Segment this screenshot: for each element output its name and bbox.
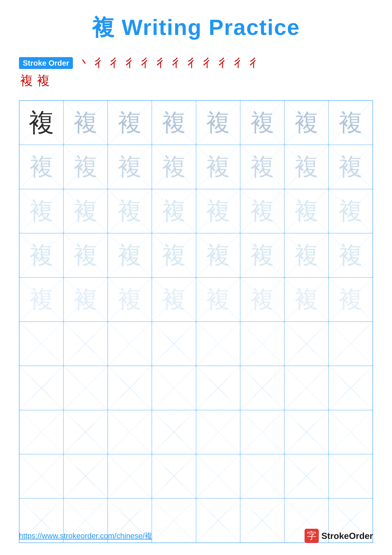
grid-cell-empty[interactable]	[196, 322, 240, 366]
grid-cell-empty[interactable]	[64, 366, 107, 410]
stroke-10: 彳	[218, 55, 230, 71]
grid-cell-empty[interactable]	[328, 410, 373, 454]
practice-char: 複	[206, 107, 230, 139]
stroke-order-row: Stroke Order 丶 彳 彳 彳 彳 彳 彳 彳 彳 彳 彳 彳	[19, 55, 262, 71]
practice-char: 複	[250, 107, 274, 139]
grid-cell: 複	[108, 233, 152, 277]
stroke-6: 彳	[156, 55, 168, 71]
grid-cell: 複	[108, 101, 152, 145]
grid-cell-empty[interactable]	[328, 454, 373, 498]
grid-cell-empty[interactable]	[19, 366, 64, 410]
practice-char: 複	[250, 151, 274, 183]
practice-char: 複	[295, 107, 318, 139]
practice-char: 複	[162, 284, 186, 315]
grid-cell: 複	[328, 278, 373, 322]
practice-char: 複	[118, 195, 142, 227]
grid-cell: 複	[328, 233, 373, 277]
grid-cell-empty[interactable]	[108, 410, 152, 454]
grid-row-5: 複 複 複 複 複 複 複 複	[19, 278, 373, 322]
grid-cell: 複	[284, 189, 328, 233]
grid-cell-empty[interactable]	[196, 366, 240, 410]
grid-cell: 複	[19, 101, 64, 145]
practice-char: 複	[162, 107, 186, 139]
grid-cell: 複	[240, 101, 284, 145]
grid-cell: 複	[284, 278, 328, 322]
footer-logo-text: StrokeOrder	[321, 531, 373, 541]
grid-cell: 複	[196, 101, 240, 145]
practice-char: 複	[206, 151, 230, 183]
grid-cell-empty[interactable]	[284, 366, 328, 410]
grid-cell-empty[interactable]	[19, 454, 64, 498]
grid-cell-empty[interactable]	[240, 410, 284, 454]
practice-char: 複	[295, 239, 318, 271]
grid-cell: 複	[64, 189, 107, 233]
grid-cell-empty[interactable]	[196, 410, 240, 454]
practice-char: 複	[339, 239, 363, 271]
practice-char: 複	[29, 239, 53, 271]
stroke-5: 彳	[141, 55, 152, 71]
grid-cell: 複	[328, 101, 373, 145]
grid-cell-empty[interactable]	[152, 322, 196, 366]
practice-char: 複	[74, 284, 97, 315]
grid-cell-empty[interactable]	[64, 322, 107, 366]
grid-row-9	[19, 454, 373, 498]
grid-cell: 複	[196, 189, 240, 233]
grid-cell-empty[interactable]	[64, 410, 107, 454]
stroke-order-section: Stroke Order 丶 彳 彳 彳 彳 彳 彳 彳 彳 彳 彳 彳 複 複	[19, 55, 373, 91]
grid-cell-empty[interactable]	[284, 322, 328, 366]
grid-cell-empty[interactable]	[328, 322, 373, 366]
grid-cell: 複	[196, 145, 240, 189]
grid-cell-empty[interactable]	[19, 410, 64, 454]
grid-cell-empty[interactable]	[240, 322, 284, 366]
footer-logo: 字 StrokeOrder	[305, 529, 373, 543]
stroke-12: 彳	[249, 55, 261, 71]
grid-cell: 複	[64, 145, 107, 189]
grid-cell: 複	[284, 233, 328, 277]
grid-cell: 複	[152, 233, 196, 277]
practice-char: 複	[74, 151, 97, 183]
grid-cell: 複	[19, 145, 64, 189]
practice-char: 複	[250, 239, 274, 271]
stroke-1: 丶	[79, 55, 90, 71]
grid-row-2: 複 複 複 複 複 複 複 複	[19, 145, 373, 189]
grid-cell-empty[interactable]	[108, 322, 152, 366]
practice-char: 複	[29, 106, 54, 140]
practice-char: 複	[250, 284, 274, 315]
stroke-order-badge: Stroke Order	[19, 57, 73, 69]
stroke-14: 複	[37, 72, 50, 89]
grid-cell-empty[interactable]	[152, 410, 196, 454]
stroke-13: 複	[20, 72, 33, 89]
stroke-2: 彳	[94, 55, 106, 71]
grid-cell-empty[interactable]	[284, 454, 328, 498]
grid-cell-empty[interactable]	[328, 366, 373, 410]
practice-char: 複	[29, 151, 53, 183]
grid-cell-empty[interactable]	[284, 410, 328, 454]
grid-cell: 複	[152, 189, 196, 233]
grid-cell: 複	[19, 233, 64, 277]
practice-char: 複	[206, 284, 230, 315]
grid-cell-empty[interactable]	[64, 454, 107, 498]
grid-cell: 複	[19, 278, 64, 322]
stroke-7: 彳	[172, 55, 183, 71]
footer-url[interactable]: https://www.strokeorder.com/chinese/複	[19, 531, 152, 541]
grid-cell-empty[interactable]	[108, 454, 152, 498]
grid-cell-empty[interactable]	[108, 366, 152, 410]
grid-cell-empty[interactable]	[152, 366, 196, 410]
grid-cell: 複	[196, 233, 240, 277]
grid-cell-empty[interactable]	[196, 454, 240, 498]
grid-cell: 複	[19, 189, 64, 233]
grid-cell-empty[interactable]	[240, 366, 284, 410]
grid-cell-empty[interactable]	[240, 454, 284, 498]
grid-cell: 複	[196, 278, 240, 322]
practice-char: 複	[74, 239, 97, 271]
practice-char: 複	[295, 195, 318, 227]
footer: https://www.strokeorder.com/chinese/複 字 …	[19, 529, 373, 543]
practice-char: 複	[29, 284, 53, 315]
grid-cell: 複	[108, 145, 152, 189]
practice-char: 複	[295, 151, 318, 183]
grid-cell-empty[interactable]	[152, 454, 196, 498]
grid-cell: 複	[64, 101, 107, 145]
grid-cell-empty[interactable]	[19, 322, 64, 366]
strokeorder-logo-icon: 字	[305, 529, 319, 543]
grid-row-8	[19, 410, 373, 454]
